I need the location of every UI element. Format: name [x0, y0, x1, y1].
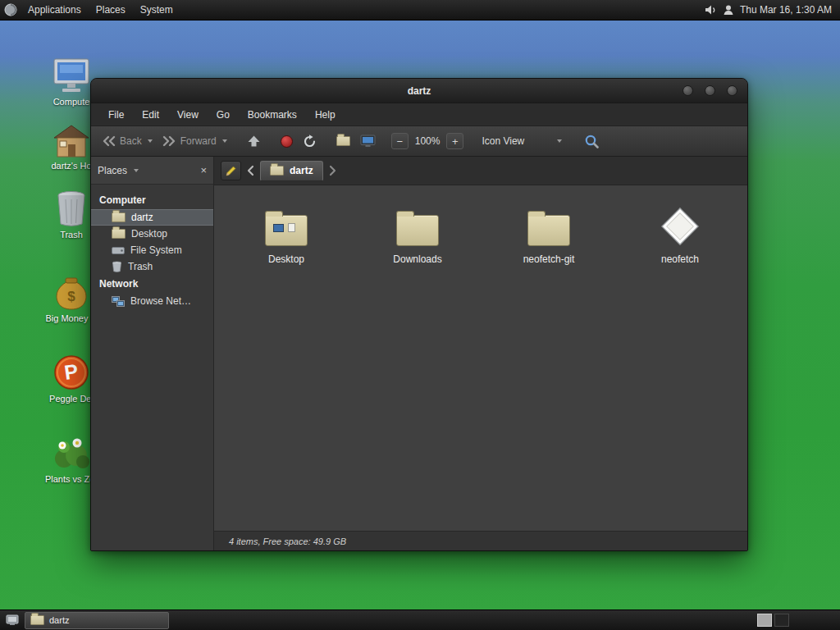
workspace-2[interactable] [774, 614, 789, 627]
sidebar-item-dartz[interactable]: dartz [91, 209, 213, 226]
drive-icon [112, 245, 125, 255]
places-sidebar: Places × Computer dartz Desktop [91, 157, 214, 550]
folder-icon [396, 205, 439, 246]
sidebar-item-label: Trash [128, 261, 153, 272]
sidebar-item-label: Browse Net… [130, 295, 191, 307]
file-item-neofetch[interactable]: neofetch [614, 205, 746, 265]
menu-view[interactable]: View [168, 105, 208, 125]
file-name: Desktop [268, 253, 304, 265]
show-desktop-button[interactable] [3, 612, 21, 629]
window-title: dartz [408, 85, 431, 97]
folder-icon [527, 205, 570, 246]
show-desktop-icon [6, 614, 19, 626]
up-arrow-icon [247, 135, 261, 148]
window-controls [682, 79, 737, 103]
stop-icon [281, 135, 293, 148]
reload-icon [303, 135, 317, 148]
computer-icon [360, 135, 376, 148]
breadcrumb-scroll-left-icon[interactable] [246, 165, 255, 176]
view-mode-label: Icon View [482, 135, 524, 147]
network-icon [112, 296, 125, 307]
status-text: 4 items, Free space: 49.9 GB [229, 536, 346, 546]
home-folder-icon [336, 136, 350, 146]
zoom-out-button[interactable]: − [391, 133, 409, 149]
search-button[interactable] [580, 130, 604, 153]
window-body: Places × Computer dartz Desktop [91, 157, 747, 550]
main-column: dartz [214, 157, 747, 550]
folder-icon [30, 615, 44, 625]
menu-applications[interactable]: Applications [21, 0, 89, 21]
edit-location-button[interactable] [221, 161, 241, 180]
sidebar-item-desktop[interactable]: Desktop [91, 226, 213, 242]
menu-system[interactable]: System [133, 0, 180, 21]
clock[interactable]: Thu Mar 16, 1:30 AM [740, 4, 832, 16]
reload-button[interactable] [299, 131, 321, 152]
sidebar-list: Computer dartz Desktop Fi [91, 185, 213, 309]
folder-icon [270, 166, 284, 176]
chevron-down-icon[interactable] [134, 169, 139, 172]
home-button[interactable] [332, 133, 354, 149]
file-name: neofetch [661, 253, 699, 265]
bottom-panel: dartz [0, 609, 840, 630]
file-item-downloads[interactable]: Downloads [352, 205, 483, 265]
file-item-desktop[interactable]: Desktop [221, 205, 352, 265]
back-button[interactable]: Back [98, 132, 157, 150]
chevron-down-icon [557, 139, 562, 143]
menu-help[interactable]: Help [306, 105, 345, 125]
breadcrumb-scroll-right-icon[interactable] [328, 165, 337, 176]
sidebar-item-trash[interactable]: Trash [91, 258, 213, 275]
maximize-button[interactable] [705, 85, 715, 96]
pencil-icon [225, 165, 237, 177]
window-titlebar[interactable]: dartz [91, 79, 747, 103]
workspace-1[interactable] [757, 614, 772, 627]
close-sidebar-icon[interactable]: × [200, 165, 207, 176]
file-name: neofetch-git [523, 253, 575, 265]
menu-file[interactable]: File [99, 105, 133, 125]
status-bar: 4 items, Free space: 49.9 GB [214, 531, 747, 550]
breadcrumb-label: dartz [290, 165, 313, 176]
folder-icon [112, 229, 126, 239]
file-manager-window: dartz File Edit View Go Bookmarks Help B… [90, 78, 748, 551]
folder-icon [265, 205, 308, 246]
chevron-down-icon [222, 139, 227, 143]
folder-icon [112, 212, 126, 222]
sidebar-section-network: Network [91, 275, 213, 293]
zoom-in-button[interactable]: + [446, 133, 463, 149]
breadcrumb-dartz[interactable]: dartz [260, 161, 323, 181]
forward-button[interactable]: Forward [158, 132, 231, 150]
up-button[interactable] [243, 131, 265, 151]
distro-menu-button[interactable] [0, 0, 21, 21]
taskbar-item-dartz[interactable]: dartz [25, 612, 169, 629]
file-view[interactable]: Desktop Downloads neofetch-git [214, 185, 747, 531]
volume-icon[interactable] [705, 4, 717, 16]
view-mode-dropdown[interactable]: Icon View [475, 132, 568, 150]
menu-bookmarks[interactable]: Bookmarks [239, 105, 306, 125]
file-icon [660, 205, 700, 246]
menu-edit[interactable]: Edit [133, 105, 168, 125]
sidebar-item-file-system[interactable]: File System [91, 242, 213, 258]
user-icon[interactable] [723, 4, 734, 16]
workspace-switcher [757, 614, 789, 627]
close-button[interactable] [727, 85, 737, 96]
window-menubar: File Edit View Go Bookmarks Help [91, 103, 747, 126]
sidebar-header: Places × [91, 157, 213, 185]
sidebar-selector[interactable]: Places [98, 165, 127, 176]
sidebar-item-label: Desktop [131, 228, 167, 240]
chevron-down-icon [148, 139, 153, 143]
menu-places[interactable]: Places [89, 0, 133, 21]
back-icon [102, 135, 116, 147]
sidebar-item-browse-network[interactable]: Browse Net… [91, 293, 213, 309]
forward-label: Forward [180, 135, 217, 147]
distro-logo-icon [4, 3, 17, 16]
window-toolbar: Back Forward [91, 126, 747, 157]
sidebar-item-label: File System [130, 244, 182, 256]
file-item-neofetch-git[interactable]: neofetch-git [483, 205, 614, 265]
sidebar-section-computer: Computer [91, 191, 213, 209]
stop-button[interactable] [276, 132, 297, 151]
top-panel: Applications Places System Thu Mar 16, 1… [0, 0, 840, 21]
menu-go[interactable]: Go [208, 105, 239, 125]
file-name: Downloads [393, 253, 441, 265]
minimize-button[interactable] [682, 85, 693, 96]
location-bar: dartz [214, 157, 747, 185]
computer-button[interactable] [356, 131, 380, 151]
